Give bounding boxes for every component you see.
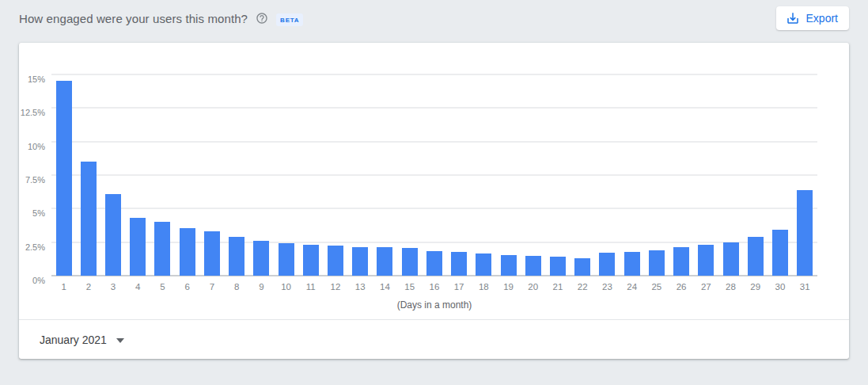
bar-slot bbox=[545, 74, 570, 276]
x-tick-label: 23 bbox=[595, 282, 620, 292]
bar-slot bbox=[100, 74, 125, 276]
download-icon bbox=[786, 11, 800, 25]
month-selector[interactable]: January 2021 bbox=[38, 330, 126, 349]
bar-slot bbox=[126, 74, 150, 276]
x-tick-label: 26 bbox=[669, 282, 693, 292]
bar-slot bbox=[718, 74, 743, 276]
bar-slot bbox=[175, 74, 199, 276]
x-tick-label: 28 bbox=[718, 282, 743, 292]
bar-day-12[interactable] bbox=[328, 246, 343, 276]
bar-day-18[interactable] bbox=[476, 253, 491, 276]
bar-day-21[interactable] bbox=[550, 257, 566, 276]
x-tick-label: 31 bbox=[793, 282, 817, 292]
bar-day-14[interactable] bbox=[377, 247, 392, 276]
bar-slot bbox=[768, 74, 792, 276]
bar-day-11[interactable] bbox=[303, 245, 319, 276]
bar-slot bbox=[472, 74, 496, 276]
x-tick-label: 18 bbox=[472, 282, 496, 292]
chart-card: 0%2.5%5%7.5%10%12.5%15% 1234567891011121… bbox=[19, 43, 849, 359]
bar-day-8[interactable] bbox=[229, 237, 244, 276]
x-tick-label: 22 bbox=[570, 282, 595, 292]
x-tick-label: 24 bbox=[620, 282, 644, 292]
bar-day-31[interactable] bbox=[797, 190, 813, 276]
bar-slot bbox=[496, 74, 521, 276]
bar-slot bbox=[397, 74, 422, 276]
bar-slot bbox=[323, 74, 347, 276]
beta-badge: BETA bbox=[276, 13, 303, 26]
bar-day-28[interactable] bbox=[723, 242, 739, 276]
bar-day-15[interactable] bbox=[402, 248, 418, 276]
x-tick-label: 17 bbox=[447, 282, 472, 292]
bar-chart: 0%2.5%5%7.5%10%12.5%15% 1234567891011121… bbox=[51, 74, 817, 276]
bar-day-5[interactable] bbox=[154, 222, 170, 276]
x-tick-label: 6 bbox=[175, 282, 199, 292]
bar-day-3[interactable] bbox=[105, 194, 121, 276]
bar-slot bbox=[199, 74, 224, 276]
page-title: How engaged were your users this month? bbox=[19, 12, 248, 25]
bar-day-30[interactable] bbox=[772, 230, 788, 276]
bar-slot bbox=[150, 74, 175, 276]
x-tick-label: 2 bbox=[76, 282, 100, 292]
bar-day-27[interactable] bbox=[698, 245, 714, 276]
bar-day-4[interactable] bbox=[130, 218, 146, 276]
bar-slot bbox=[644, 74, 669, 276]
bar-day-7[interactable] bbox=[204, 231, 220, 276]
bar-day-16[interactable] bbox=[426, 251, 442, 276]
bar-slot bbox=[422, 74, 446, 276]
page: How engaged were your users this month? … bbox=[0, 0, 868, 385]
bar-day-17[interactable] bbox=[451, 252, 467, 276]
bar-day-23[interactable] bbox=[599, 253, 615, 276]
x-tick-label: 5 bbox=[150, 282, 175, 292]
bar-slot bbox=[793, 74, 817, 276]
x-tick-label: 7 bbox=[199, 282, 224, 292]
bar-slot bbox=[51, 74, 76, 276]
x-tick-label: 9 bbox=[249, 282, 274, 292]
bar-day-1[interactable] bbox=[56, 81, 72, 276]
x-tick-label: 10 bbox=[274, 282, 298, 292]
x-tick-label: 13 bbox=[348, 282, 373, 292]
card-footer: January 2021 bbox=[19, 319, 849, 359]
bar-slot bbox=[225, 74, 249, 276]
bar-day-13[interactable] bbox=[352, 247, 368, 276]
x-tick-label: 8 bbox=[225, 282, 249, 292]
bar-day-10[interactable] bbox=[279, 243, 294, 276]
y-tick-label: 10% bbox=[13, 142, 45, 151]
y-tick-label: 15% bbox=[13, 74, 45, 84]
x-tick-label: 3 bbox=[100, 282, 125, 292]
y-tick-label: 2.5% bbox=[13, 242, 45, 252]
bar-day-25[interactable] bbox=[649, 250, 665, 276]
bar-day-2[interactable] bbox=[81, 162, 97, 276]
bar-slot bbox=[298, 74, 323, 276]
bar-slot bbox=[669, 74, 693, 276]
bar-day-9[interactable] bbox=[253, 241, 269, 276]
bar-slot bbox=[743, 74, 768, 276]
x-tick-label: 21 bbox=[545, 282, 570, 292]
y-tick-label: 0% bbox=[13, 276, 45, 285]
x-tick-label: 29 bbox=[743, 282, 768, 292]
y-tick-label: 7.5% bbox=[13, 175, 45, 185]
bar-day-20[interactable] bbox=[525, 256, 541, 276]
bar-day-22[interactable] bbox=[574, 258, 590, 276]
x-tick-label: 16 bbox=[422, 282, 446, 292]
bars bbox=[51, 74, 817, 276]
x-tick-label: 27 bbox=[694, 282, 718, 292]
x-tick-label: 25 bbox=[644, 282, 669, 292]
bar-slot bbox=[595, 74, 620, 276]
x-tick-label: 4 bbox=[126, 282, 150, 292]
bar-slot bbox=[249, 74, 274, 276]
x-tick-label: 1 bbox=[51, 282, 76, 292]
export-button[interactable]: Export bbox=[776, 6, 849, 30]
bar-day-26[interactable] bbox=[673, 247, 689, 276]
x-axis-title: (Days in a month) bbox=[51, 299, 817, 311]
bar-day-24[interactable] bbox=[624, 252, 640, 276]
x-tick-label: 20 bbox=[521, 282, 545, 292]
x-tick-label: 19 bbox=[496, 282, 521, 292]
x-tick-label: 11 bbox=[298, 282, 323, 292]
bar-day-19[interactable] bbox=[501, 255, 517, 276]
export-label: Export bbox=[806, 12, 838, 25]
bar-slot bbox=[570, 74, 595, 276]
bar-day-6[interactable] bbox=[180, 228, 195, 276]
bar-day-29[interactable] bbox=[748, 237, 764, 276]
x-tick-label: 15 bbox=[397, 282, 422, 292]
help-icon[interactable] bbox=[256, 12, 268, 25]
